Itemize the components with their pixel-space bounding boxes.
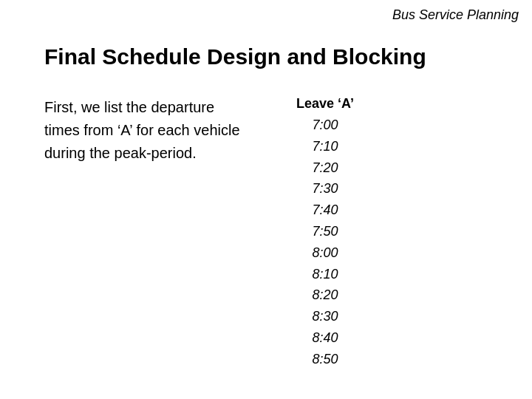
description-text: First, we list the departure times from … bbox=[44, 96, 251, 165]
schedule-time-item: 8:20 bbox=[312, 284, 338, 306]
brand-title: Bus Service Planning bbox=[379, 0, 532, 30]
schedule-time-item: 7:30 bbox=[312, 178, 338, 200]
content-area: First, we list the departure times from … bbox=[44, 96, 488, 370]
schedule-time-item: 8:10 bbox=[312, 264, 338, 285]
page-title: Final Schedule Design and Blocking bbox=[44, 44, 488, 69]
schedule-time-item: 7:20 bbox=[312, 157, 338, 179]
schedule-header: Leave ‘A’ bbox=[296, 96, 354, 112]
schedule-time-item: 7:50 bbox=[312, 221, 338, 242]
schedule-times: 7:007:107:207:307:407:508:008:108:208:30… bbox=[312, 115, 338, 370]
schedule-time-item: 8:50 bbox=[312, 349, 338, 370]
schedule-table: Leave ‘A’ 7:007:107:207:307:407:508:008:… bbox=[281, 96, 369, 370]
schedule-time-item: 8:00 bbox=[312, 242, 338, 264]
schedule-time-item: 8:40 bbox=[312, 327, 338, 349]
schedule-time-item: 7:40 bbox=[312, 200, 338, 221]
schedule-time-item: 7:10 bbox=[312, 136, 338, 157]
schedule-time-item: 8:30 bbox=[312, 306, 338, 327]
schedule-time-item: 7:00 bbox=[312, 115, 338, 136]
